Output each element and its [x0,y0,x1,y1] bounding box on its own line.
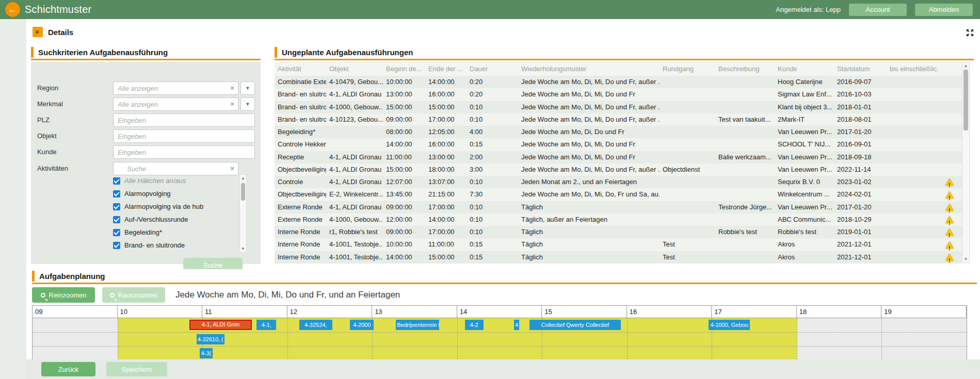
plz-input[interactable] [113,113,255,127]
account-button[interactable]: Account [849,4,907,16]
checkbox-label: Auf-/Verschlussrunde [124,216,188,223]
cell-bis-einschliesslich [887,213,939,226]
caret-down-icon: ▼ [246,102,250,107]
zoom-out-button[interactable]: Rauszoomen [102,287,165,303]
task-block[interactable]: 4-1000, Gebou [709,320,750,330]
table-row[interactable]: Brand- en sluitro...4-1, ALDI Gronau13:0… [275,88,962,101]
back-icon[interactable]: ← [5,2,20,17]
search-panel-body: Region × ▼ Merkmal × ▼ PLZ Objekt Kunde [31,62,261,264]
column-header[interactable]: Wiederholungsmuster [518,62,660,76]
expand-arrows-icon[interactable] [966,29,974,37]
checkbox-checked-icon[interactable] [113,242,120,249]
clear-icon[interactable]: × [229,101,236,108]
cell-objekt: 4-10479, Gebou... [326,76,383,88]
column-header[interactable]: Kunde [775,62,834,76]
timeline-row: 4-1, ALDI Gron4-1,4-32524,4-2000Bedrijve… [33,318,967,332]
table-row[interactable]: Interne Ronder1, Robbie's test09:00:0017… [275,226,962,238]
activity-checkbox-item[interactable]: Auf-/Verschlussrunde [113,213,237,226]
table-row[interactable]: Interne Ronde4-1001, Testobje...10:00:00… [275,238,962,251]
cell-startdatum: 2022-11-14 [834,163,887,176]
task-block[interactable]: 4 [514,320,519,330]
checkbox-checked-icon[interactable] [113,190,120,197]
column-header[interactable]: Startdatum [834,62,887,76]
timeline-body: 4-1, ALDI Gron4-1,4-32524,4-2000Bedrijve… [33,318,967,359]
table-row[interactable]: Brand- en sluitro...4-1000, Gebouw...15:… [275,101,962,113]
table-row[interactable]: Objectbeveiliging4-1, ALDI Gronau15:00:0… [275,163,962,176]
logout-button[interactable]: Abmelden [915,4,973,16]
table-row[interactable]: Begeleiding*08:00:0012:05:004:00Jede Woc… [275,126,962,138]
scrollbar-thumb[interactable] [963,70,968,130]
task-block[interactable]: Bedrijventerrein F [396,320,439,330]
activity-checkbox-item[interactable]: Brand- en sluitronde [113,239,237,252]
merkmal-input[interactable] [113,97,238,111]
column-header[interactable]: Aktivität [275,62,326,76]
activity-checkbox-item[interactable]: Alarmopvolging via de hub [113,200,237,213]
checkbox-list-scrollbar[interactable]: ▲ ▼ [239,174,247,253]
activity-checkbox-item[interactable]: Alarmopvolging [113,187,237,200]
cell-rundgang: Test [660,238,715,251]
task-block[interactable]: 4-32524, [299,320,332,330]
task-block[interactable]: 4-2 [465,320,484,330]
table-scrollbar[interactable]: ▲ ▼ [962,62,970,263]
table-row[interactable]: Receptie4-1, ALDI Gronau11:00:0013:00:00… [275,151,962,163]
hour-label: 11 [202,306,287,318]
recurrence-pattern-text: Jede Woche am Mo, Di, Mi, Do und Fr, und… [175,290,400,300]
details-label: Details [48,28,73,37]
task-block[interactable]: 4-32610, ( [197,334,224,344]
hour-label: 13 [372,306,457,318]
back-button[interactable]: Zurück [41,362,95,376]
table-row[interactable]: Combinatie Exte...4-10479, Gebou...10:00… [275,76,962,88]
scroll-up-icon[interactable]: ▲ [962,63,969,68]
clear-icon[interactable]: × [229,165,236,172]
column-header[interactable]: Ende der ... [425,62,467,76]
checkbox-checked-icon[interactable] [113,177,120,185]
column-header[interactable]: Objekt [326,62,383,76]
task-block[interactable]: 4-2000 [350,320,374,330]
table-row[interactable]: Controle Hekken14:00:0016:00:000:15Jede … [275,138,962,151]
cell-beginn: 13:00:00 [383,88,425,101]
table-row[interactable]: ObjectbeveiligingE-2, Winkelcentr...13:4… [275,188,962,201]
activity-checkbox-item[interactable]: Begeleiding* [113,226,237,239]
task-block[interactable]: 4-1, ALDI Gron [189,320,251,330]
objekt-input[interactable] [113,129,255,143]
cell-startdatum: 2024-02-01 [834,188,887,201]
table-row[interactable]: Externe Ronde4-1000, Gebouw...12:00:0014… [275,213,962,226]
table-row[interactable]: Brand- en sluitro...4-10123, Gebou...09:… [275,113,962,126]
checkbox-checked-icon[interactable] [113,203,120,210]
checkbox-checked-icon[interactable] [113,229,120,236]
cell-beginn: 11:00:00 [383,151,425,163]
activity-search-input[interactable] [113,162,238,175]
column-header-spacer [939,62,959,76]
scroll-down-icon[interactable]: ▼ [962,257,969,261]
table-row[interactable]: Interne Ronde4-1001, Testobje...14:00:00… [275,251,962,263]
task-block[interactable]: 4-1, [256,320,276,330]
column-header[interactable]: Beginn de... [383,62,425,76]
column-header[interactable]: Dauer [467,62,518,76]
scroll-down-icon[interactable]: ▼ [240,246,246,251]
table-row[interactable]: Controle4-1, ALDI Gronau12:07:0013:07:00… [275,176,962,188]
save-button[interactable]: Speichern [106,362,167,376]
schichtmuster-app: ← Schichtmuster Angemeldet als: Lepp Acc… [0,0,980,379]
task-block[interactable]: Collectief Qwerty Collectief [529,320,621,330]
column-header[interactable]: Beschreibung [715,62,775,76]
warning-icon [945,191,954,199]
details-toggle[interactable]: » Details [33,26,73,38]
region-input[interactable] [113,81,238,95]
column-header[interactable]: bis einschließlic...▲ [887,62,939,76]
cell-beginn: 09:00:00 [383,113,425,126]
activity-checkbox-item[interactable]: Alle Häkchen an/aus [113,174,237,187]
region-dropdown-button[interactable]: ▼ [240,81,255,95]
cell-dauer: 0:15 [467,238,518,251]
checkbox-checked-icon[interactable] [113,216,120,223]
cell-rundgang [660,113,715,126]
region-label: Region [37,84,58,92]
clear-icon[interactable]: × [229,85,236,92]
kunde-input[interactable] [113,145,255,159]
zoom-in-button[interactable]: Reinzoomen [32,287,95,303]
task-block[interactable]: 4-3( [200,348,213,358]
merkmal-dropdown-button[interactable]: ▼ [240,97,255,111]
column-header[interactable]: Rundgang [660,62,715,76]
table-row[interactable]: Externe Ronde4-1, ALDI Gronau09:00:0017:… [275,201,962,213]
scrollbar-thumb[interactable] [241,183,245,201]
scroll-up-icon[interactable]: ▲ [240,176,246,180]
